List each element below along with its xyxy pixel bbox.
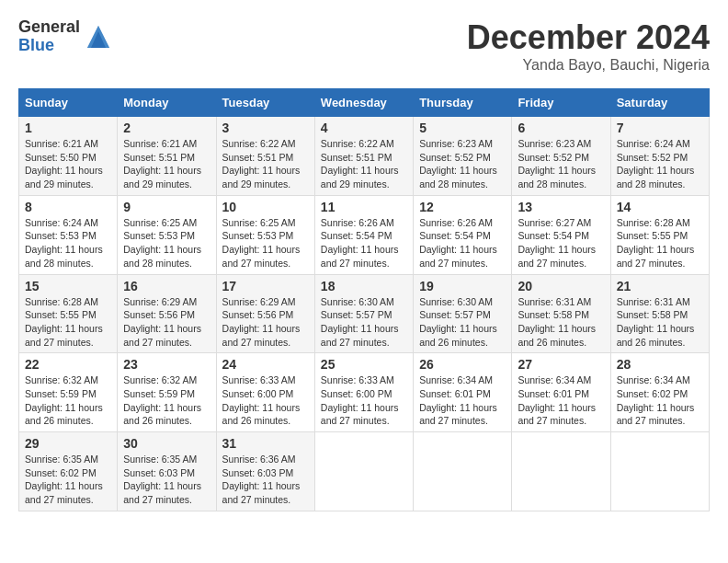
- day-cell: 4Sunrise: 6:22 AMSunset: 5:51 PMDaylight…: [314, 117, 413, 196]
- day-cell: 21Sunrise: 6:31 AMSunset: 5:58 PMDayligh…: [610, 274, 709, 353]
- day-info: Sunrise: 6:34 AMSunset: 6:01 PMDaylight:…: [419, 374, 497, 426]
- day-info: Sunrise: 6:21 AMSunset: 5:51 PMDaylight:…: [123, 138, 201, 190]
- day-cell: 13Sunrise: 6:27 AMSunset: 5:54 PMDayligh…: [512, 195, 610, 274]
- day-number: 30: [123, 436, 210, 451]
- day-number: 25: [321, 357, 407, 372]
- header-wednesday: Wednesday: [314, 89, 413, 117]
- day-number: 5: [419, 121, 506, 135]
- day-number: 31: [222, 436, 309, 451]
- day-cell: 27Sunrise: 6:34 AMSunset: 6:01 PMDayligh…: [512, 353, 610, 432]
- page-header: General Blue December 2024 Yanda Bayo, B…: [18, 18, 710, 74]
- day-cell: 23Sunrise: 6:32 AMSunset: 5:59 PMDayligh…: [118, 353, 216, 432]
- week-row-2: 8Sunrise: 6:24 AMSunset: 5:53 PMDaylight…: [19, 195, 710, 274]
- day-info: Sunrise: 6:31 AMSunset: 5:58 PMDaylight:…: [518, 296, 596, 348]
- day-number: 28: [617, 357, 703, 372]
- day-number: 7: [617, 121, 703, 135]
- day-info: Sunrise: 6:34 AMSunset: 6:02 PMDaylight:…: [617, 374, 695, 426]
- week-row-1: 1Sunrise: 6:21 AMSunset: 5:50 PMDaylight…: [19, 117, 710, 196]
- day-number: 8: [25, 200, 111, 214]
- day-number: 6: [518, 121, 604, 135]
- day-cell: 26Sunrise: 6:34 AMSunset: 6:01 PMDayligh…: [414, 353, 512, 432]
- day-number: 23: [123, 357, 210, 372]
- day-cell: 20Sunrise: 6:31 AMSunset: 5:58 PMDayligh…: [512, 274, 610, 353]
- day-cell: 12Sunrise: 6:26 AMSunset: 5:54 PMDayligh…: [414, 195, 512, 274]
- day-number: 27: [518, 357, 604, 372]
- calendar-body: 1Sunrise: 6:21 AMSunset: 5:50 PMDaylight…: [19, 117, 710, 511]
- day-cell: 30Sunrise: 6:35 AMSunset: 6:03 PMDayligh…: [118, 432, 216, 511]
- day-number: 18: [321, 279, 407, 293]
- day-cell: 1Sunrise: 6:21 AMSunset: 5:50 PMDaylight…: [19, 117, 118, 196]
- month-title: December 2024: [467, 18, 710, 57]
- day-number: 12: [419, 200, 506, 214]
- day-info: Sunrise: 6:28 AMSunset: 5:55 PMDaylight:…: [617, 217, 695, 269]
- day-info: Sunrise: 6:35 AMSunset: 6:03 PMDaylight:…: [123, 454, 201, 505]
- header-friday: Friday: [512, 89, 610, 117]
- week-row-5: 29Sunrise: 6:35 AMSunset: 6:02 PMDayligh…: [19, 432, 710, 511]
- day-number: 16: [123, 279, 210, 293]
- day-cell: 28Sunrise: 6:34 AMSunset: 6:02 PMDayligh…: [610, 353, 709, 432]
- logo-icon: [84, 22, 113, 52]
- day-number: 15: [25, 279, 111, 293]
- day-number: 17: [222, 279, 309, 293]
- day-info: Sunrise: 6:36 AMSunset: 6:03 PMDaylight:…: [222, 454, 301, 505]
- day-info: Sunrise: 6:34 AMSunset: 6:01 PMDaylight:…: [518, 374, 596, 426]
- day-number: 2: [123, 121, 210, 135]
- day-info: Sunrise: 6:24 AMSunset: 5:52 PMDaylight:…: [617, 138, 695, 190]
- day-number: 20: [518, 279, 604, 293]
- day-number: 14: [617, 200, 703, 214]
- day-info: Sunrise: 6:35 AMSunset: 6:02 PMDaylight:…: [25, 454, 103, 505]
- header-tuesday: Tuesday: [216, 89, 314, 117]
- day-cell: [414, 432, 512, 511]
- day-cell: 17Sunrise: 6:29 AMSunset: 5:56 PMDayligh…: [216, 274, 314, 353]
- day-cell: [512, 432, 610, 511]
- day-number: 1: [25, 121, 111, 135]
- day-cell: [314, 432, 413, 511]
- week-row-4: 22Sunrise: 6:32 AMSunset: 5:59 PMDayligh…: [19, 353, 710, 432]
- day-number: 22: [25, 357, 111, 372]
- day-cell: 31Sunrise: 6:36 AMSunset: 6:03 PMDayligh…: [216, 432, 314, 511]
- header-sunday: Sunday: [19, 89, 118, 117]
- logo-blue: Blue: [18, 37, 80, 55]
- day-info: Sunrise: 6:30 AMSunset: 5:57 PMDaylight:…: [321, 296, 399, 348]
- day-info: Sunrise: 6:31 AMSunset: 5:58 PMDaylight:…: [617, 296, 695, 348]
- day-number: 4: [321, 121, 407, 135]
- day-cell: 18Sunrise: 6:30 AMSunset: 5:57 PMDayligh…: [314, 274, 413, 353]
- day-info: Sunrise: 6:24 AMSunset: 5:53 PMDaylight:…: [25, 217, 103, 269]
- day-cell: 14Sunrise: 6:28 AMSunset: 5:55 PMDayligh…: [610, 195, 709, 274]
- day-cell: 2Sunrise: 6:21 AMSunset: 5:51 PMDaylight…: [118, 117, 216, 196]
- header-monday: Monday: [118, 89, 216, 117]
- day-info: Sunrise: 6:29 AMSunset: 5:56 PMDaylight:…: [123, 296, 201, 348]
- day-info: Sunrise: 6:33 AMSunset: 6:00 PMDaylight:…: [222, 374, 301, 426]
- day-number: 21: [617, 279, 703, 293]
- header-row: SundayMondayTuesdayWednesdayThursdayFrid…: [19, 89, 710, 117]
- day-cell: 15Sunrise: 6:28 AMSunset: 5:55 PMDayligh…: [19, 274, 118, 353]
- day-info: Sunrise: 6:21 AMSunset: 5:50 PMDaylight:…: [25, 138, 103, 190]
- logo-general: General: [18, 18, 80, 37]
- day-cell: 3Sunrise: 6:22 AMSunset: 5:51 PMDaylight…: [216, 117, 314, 196]
- day-number: 29: [25, 436, 111, 451]
- day-cell: 11Sunrise: 6:26 AMSunset: 5:54 PMDayligh…: [314, 195, 413, 274]
- day-number: 10: [222, 200, 309, 214]
- day-info: Sunrise: 6:25 AMSunset: 5:53 PMDaylight:…: [222, 217, 301, 269]
- day-cell: 8Sunrise: 6:24 AMSunset: 5:53 PMDaylight…: [19, 195, 118, 274]
- day-info: Sunrise: 6:27 AMSunset: 5:54 PMDaylight:…: [518, 217, 596, 269]
- day-info: Sunrise: 6:32 AMSunset: 5:59 PMDaylight:…: [25, 374, 103, 426]
- day-info: Sunrise: 6:22 AMSunset: 5:51 PMDaylight:…: [321, 138, 399, 190]
- day-info: Sunrise: 6:25 AMSunset: 5:53 PMDaylight:…: [123, 217, 201, 269]
- header-thursday: Thursday: [414, 89, 512, 117]
- day-info: Sunrise: 6:30 AMSunset: 5:57 PMDaylight:…: [419, 296, 497, 348]
- day-info: Sunrise: 6:22 AMSunset: 5:51 PMDaylight:…: [222, 138, 301, 190]
- day-number: 26: [419, 357, 506, 372]
- day-info: Sunrise: 6:26 AMSunset: 5:54 PMDaylight:…: [419, 217, 497, 269]
- day-info: Sunrise: 6:29 AMSunset: 5:56 PMDaylight:…: [222, 296, 301, 348]
- day-info: Sunrise: 6:28 AMSunset: 5:55 PMDaylight:…: [25, 296, 103, 348]
- day-cell: 16Sunrise: 6:29 AMSunset: 5:56 PMDayligh…: [118, 274, 216, 353]
- day-number: 19: [419, 279, 506, 293]
- day-cell: 6Sunrise: 6:23 AMSunset: 5:52 PMDaylight…: [512, 117, 610, 196]
- day-info: Sunrise: 6:26 AMSunset: 5:54 PMDaylight:…: [321, 217, 399, 269]
- day-info: Sunrise: 6:32 AMSunset: 5:59 PMDaylight:…: [123, 374, 201, 426]
- calendar-header: SundayMondayTuesdayWednesdayThursdayFrid…: [19, 89, 710, 117]
- day-cell: 29Sunrise: 6:35 AMSunset: 6:02 PMDayligh…: [19, 432, 118, 511]
- day-number: 11: [321, 200, 407, 214]
- week-row-3: 15Sunrise: 6:28 AMSunset: 5:55 PMDayligh…: [19, 274, 710, 353]
